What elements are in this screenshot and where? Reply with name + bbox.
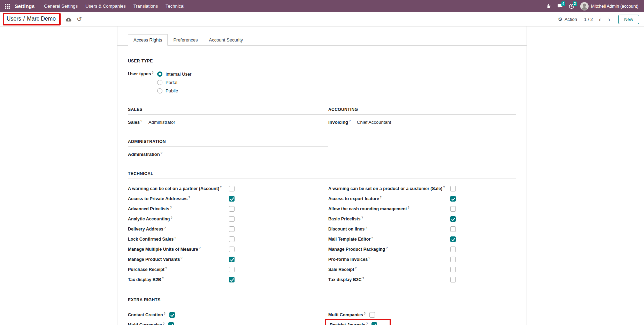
checkbox[interactable]: [450, 267, 456, 272]
menu-item[interactable]: Technical: [162, 3, 188, 9]
checkbox[interactable]: [450, 226, 456, 232]
tab[interactable]: Preferences: [168, 34, 203, 46]
boolean-field-row: Access to export feature?: [328, 194, 516, 204]
field-label: Manage Product Packaging?: [328, 246, 450, 252]
boolean-field-row: Multi Companies?: [328, 310, 516, 320]
sales-value[interactable]: Administrator: [148, 120, 175, 125]
help-icon: ?: [355, 266, 356, 270]
debug-bug-icon[interactable]: [546, 3, 551, 9]
help-icon: ?: [199, 246, 200, 250]
field-label: Basic Pricelists?: [328, 216, 450, 221]
menu-item[interactable]: Users & Companies: [82, 3, 130, 9]
section-heading-administration: ADMINISTRATION: [128, 139, 328, 147]
discard-undo-icon[interactable]: ↺: [77, 16, 82, 22]
help-icon: ?: [364, 312, 366, 315]
checkbox[interactable]: [229, 186, 235, 191]
nav-left: Settings General Settings Users & Compan…: [3, 2, 188, 10]
boolean-field-row: Manage Product Variants?: [128, 254, 328, 264]
checkbox[interactable]: [229, 257, 235, 262]
radio-label: Internal User: [166, 71, 191, 77]
field-label: Tax display B2B?: [128, 277, 229, 282]
control-panel-right: ⚙ Action 1 / 2 ‹ › New: [558, 15, 639, 24]
gear-icon: ⚙: [558, 16, 562, 22]
boolean-field-row: Access to Private Addresses?: [128, 194, 328, 204]
form-sheet: Access Rights Preferences Account Securi…: [117, 27, 527, 325]
checkbox[interactable]: [450, 196, 456, 202]
breadcrumb-parent[interactable]: Users: [7, 16, 21, 22]
checkbox[interactable]: [229, 247, 235, 252]
administration-field: Administration?: [128, 151, 328, 158]
field-label: User types?: [128, 71, 157, 76]
checkbox[interactable]: [450, 247, 456, 252]
field-label: Contact Creation?: [128, 312, 166, 317]
checkbox[interactable]: [450, 236, 456, 242]
checkbox[interactable]: [450, 206, 456, 212]
field-label: Delivery Address?: [128, 226, 229, 232]
radio-button[interactable]: [157, 80, 162, 85]
checkbox[interactable]: [229, 216, 235, 222]
field-label: Lock Confirmed Sales?: [128, 236, 229, 242]
boolean-field-row: Basic Pricelists?: [328, 214, 516, 224]
checkbox[interactable]: [450, 257, 456, 262]
user-name: Mitchell Admin (account): [591, 4, 638, 9]
activities-clock-icon[interactable]: 2: [569, 3, 574, 9]
activities-badge: 2: [573, 1, 577, 6]
field-label: Purchase Receipt?: [128, 266, 229, 272]
notebook-tabs: Access Rights Preferences Account Securi…: [117, 34, 527, 46]
checkbox[interactable]: [450, 277, 456, 282]
avatar: [580, 2, 589, 10]
action-menu-button[interactable]: ⚙ Action: [558, 16, 577, 22]
boolean-field-row: Analytic Accounting?: [128, 214, 328, 224]
checkbox[interactable]: [229, 267, 235, 272]
checkbox[interactable]: [229, 206, 235, 212]
help-icon: ?: [408, 206, 409, 209]
pager-next-icon[interactable]: ›: [606, 16, 612, 23]
tab[interactable]: Account Security: [203, 34, 248, 46]
new-button[interactable]: New: [618, 15, 639, 24]
app-name[interactable]: Settings: [15, 3, 34, 9]
boolean-field: Contact Creation?: [128, 312, 175, 317]
action-label: Action: [565, 17, 577, 22]
boolean-field-row: Multi Currencies?: [128, 320, 328, 325]
menu-item[interactable]: Translations: [130, 3, 162, 9]
boolean-field-row: Restrict Journals?: [328, 320, 516, 325]
boolean-field-row: Lock Confirmed Sales?: [128, 234, 328, 244]
boolean-field-row: Discount on lines?: [328, 224, 516, 234]
breadcrumb-area: Users / Marc Demo ↺: [3, 13, 82, 25]
field-label: Analytic Accounting?: [128, 216, 229, 221]
pager-previous-icon[interactable]: ‹: [597, 16, 603, 23]
help-icon: ?: [220, 186, 222, 189]
checkbox[interactable]: [371, 322, 377, 325]
checkbox[interactable]: [450, 216, 456, 222]
radio-option[interactable]: Public: [157, 88, 191, 94]
checkbox[interactable]: [369, 312, 375, 318]
section-heading-sales: SALES: [128, 107, 328, 115]
radio-button[interactable]: [157, 71, 162, 77]
help-icon: ?: [380, 196, 382, 199]
radio-button[interactable]: [157, 88, 162, 93]
help-icon: ?: [181, 256, 182, 260]
sales-field: Sales? Administrator: [128, 119, 328, 126]
user-menu[interactable]: Mitchell Admin (account): [580, 2, 638, 10]
help-icon: ?: [368, 256, 370, 260]
help-icon: ?: [174, 236, 176, 240]
checkbox[interactable]: [229, 196, 235, 202]
checkbox[interactable]: [450, 186, 456, 191]
checkbox[interactable]: [169, 312, 175, 318]
tab[interactable]: Access Rights: [128, 34, 168, 46]
save-cloud-icon[interactable]: [66, 17, 72, 22]
messages-icon[interactable]: 4: [557, 3, 563, 9]
boolean-field-row: Advanced Pricelists?: [128, 204, 328, 214]
checkbox[interactable]: [229, 277, 235, 282]
invoicing-value[interactable]: Chief Accountant: [357, 120, 391, 125]
menu-item[interactable]: General Settings: [40, 3, 82, 9]
apps-menu-icon[interactable]: [3, 2, 11, 10]
checkbox[interactable]: [168, 322, 174, 325]
help-icon: ?: [161, 151, 162, 155]
checkbox[interactable]: [229, 226, 235, 232]
checkbox[interactable]: [229, 236, 235, 242]
help-icon: ?: [349, 119, 351, 123]
help-icon: ?: [165, 266, 167, 270]
radio-option[interactable]: Internal User: [157, 71, 191, 77]
radio-option[interactable]: Portal: [157, 79, 191, 86]
